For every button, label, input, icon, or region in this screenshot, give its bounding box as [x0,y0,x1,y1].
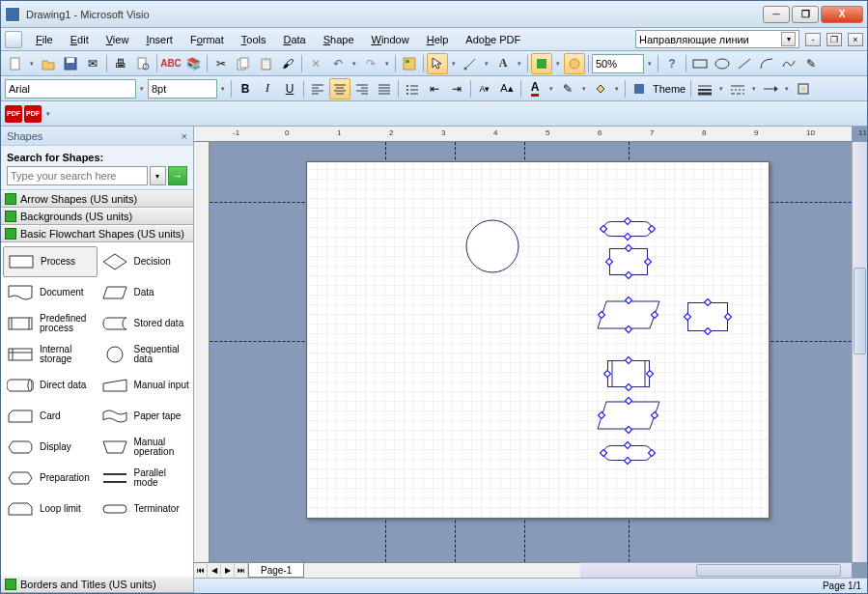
shape-master-card[interactable]: Card [3,401,98,432]
menu-tools[interactable]: Tools [234,32,274,47]
decrease-indent-button[interactable]: ⇤ [424,78,445,99]
line-pattern-dropdown[interactable]: ▾ [749,85,759,93]
font-combo[interactable]: Arial [5,79,136,99]
line-weight-button[interactable] [694,78,715,99]
menu-file[interactable]: File [28,32,61,47]
paste-button[interactable]: 📋 [255,53,276,74]
pdf-convert-icon[interactable]: PDF [5,105,22,123]
ruler-horizontal[interactable]: -101234567891011 [194,127,852,142]
font-dropdown[interactable]: ▾ [137,85,147,93]
line-ends-button[interactable] [760,78,781,99]
spellcheck-button[interactable]: ABC [160,53,182,74]
increase-fontsize-button[interactable]: A▴ [496,78,518,99]
pdf-dropdown[interactable]: ▾ [43,110,53,118]
line-weight-dropdown[interactable]: ▾ [716,85,726,93]
pointer-dropdown[interactable]: ▾ [449,60,459,68]
ellipse-tool-button[interactable] [712,53,733,74]
menu-view[interactable]: View [98,32,137,47]
theme-icon[interactable] [629,78,650,99]
font-color-dropdown[interactable]: ▾ [546,85,556,93]
shape-master-document[interactable]: Document [3,277,98,308]
shapes-search-dropdown[interactable]: ▾ [150,166,166,185]
shape-master-predef[interactable]: Predefined process [3,308,98,339]
scroll-thumb[interactable] [854,268,866,354]
undo-button[interactable]: ↶ [327,53,349,74]
increase-indent-button[interactable]: ⇥ [446,78,467,99]
system-menu-icon[interactable] [5,31,22,48]
menu-format[interactable]: Format [182,32,232,47]
pointer-tool-button[interactable] [427,53,448,74]
stencil-basic-flowchart[interactable]: Basic Flowchart Shapes (US units) [1,225,193,242]
shape-master-terminator[interactable]: Terminator [98,494,192,524]
line-pattern-button[interactable] [727,78,748,99]
save-button[interactable] [60,53,81,74]
menu-shape[interactable]: Shape [316,32,362,47]
line-color-dropdown[interactable]: ▾ [579,85,589,93]
scroll-thumb[interactable] [696,564,841,577]
zoom-combo[interactable]: 50% [592,54,644,73]
align-left-button[interactable] [307,78,328,99]
shape-master-loop[interactable]: Loop limit [3,494,98,524]
italic-button[interactable]: I [257,78,278,99]
shape-master-tape[interactable]: Paper tape [98,401,192,432]
fill-color-dropdown[interactable]: ▾ [612,85,622,93]
menu-adobe-pdf[interactable]: Adobe PDF [458,32,528,47]
redo-dropdown[interactable]: ▾ [382,60,392,68]
new-dropdown[interactable]: ▾ [27,60,37,68]
shape-master-rect[interactable]: Process [3,246,98,277]
text-dropdown[interactable]: ▾ [515,60,524,68]
ink-dropdown[interactable]: ▾ [553,60,563,68]
shape-master-diamond[interactable]: Decision [98,246,192,277]
horizontal-scrollbar[interactable] [580,562,852,578]
sub-close-button[interactable]: × [848,33,863,46]
vertical-scrollbar[interactable] [852,142,867,562]
help-button[interactable]: ? [661,53,683,74]
drawing-page[interactable] [306,161,770,519]
sub-minimize-button[interactable]: - [805,33,821,46]
print-preview-button[interactable] [132,53,154,74]
connection-point-button[interactable] [564,53,585,74]
menu-window[interactable]: Window [364,32,417,47]
fontsize-dropdown[interactable]: ▾ [218,85,228,93]
tab-nav-prev[interactable]: ◀ [208,564,221,578]
shape-master-stored[interactable]: Stored data [98,308,192,339]
shape-master-cylinder[interactable]: Direct data [3,370,98,401]
open-button[interactable] [38,53,59,74]
redo-button[interactable]: ↷ [360,53,381,74]
bold-button[interactable]: B [235,78,256,99]
pencil-tool-button[interactable]: ✎ [800,53,822,74]
align-center-button[interactable] [329,78,350,99]
font-color-button[interactable]: A [524,78,546,99]
tab-nav-last[interactable]: ⏭ [235,564,248,578]
print-button[interactable]: 🖶 [110,53,131,74]
shape-master-prep[interactable]: Preparation [3,463,98,494]
research-button[interactable]: 📚 [182,53,204,74]
copy-button[interactable] [233,53,254,74]
zoom-dropdown[interactable]: ▾ [645,60,655,68]
freeform-tool-button[interactable] [778,53,799,74]
fontsize-combo[interactable]: 8pt [148,79,217,99]
arc-tool-button[interactable] [756,53,777,74]
undo-dropdown[interactable]: ▾ [350,60,359,68]
shape-master-circle[interactable]: Sequential data [98,339,192,370]
stencil-arrow-shapes[interactable]: Arrow Shapes (US units) [1,190,193,208]
line-ends-dropdown[interactable]: ▾ [782,85,792,93]
rectangle-tool-button[interactable] [689,53,711,74]
tab-nav-next[interactable]: ▶ [221,564,235,578]
shape-master-parallel[interactable]: Parallel mode [98,463,192,494]
help-search-combo[interactable]: Направляющие линии ▾ [635,30,799,48]
ruler-vertical[interactable] [194,142,210,562]
shape-master-internal[interactable]: Internal storage [3,339,98,370]
shape-master-manualin[interactable]: Manual input [98,370,192,401]
line-color-button[interactable]: ✎ [557,78,578,99]
shapes-search-input[interactable] [7,166,148,185]
theme-label[interactable]: Theme [651,83,687,95]
decrease-fontsize-button[interactable]: A▾ [474,78,495,99]
format-painter-button[interactable]: 🖌 [277,53,298,74]
stencil-borders-titles[interactable]: Borders and Titles (US units) [1,576,193,593]
stencil-backgrounds[interactable]: Backgrounds (US units) [1,208,193,225]
menu-help[interactable]: Help [419,32,457,47]
ink-tool-button[interactable] [531,53,552,74]
shapes-window-button[interactable] [399,53,420,74]
minimize-button[interactable]: ─ [763,6,790,23]
